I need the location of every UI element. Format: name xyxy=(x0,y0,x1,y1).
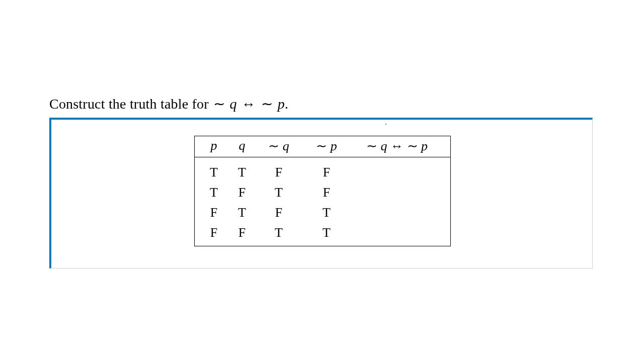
cell-q: T xyxy=(228,205,256,220)
cell-q: F xyxy=(228,225,256,240)
table-row: T T F F xyxy=(195,162,450,183)
cell-not-q: F xyxy=(256,205,301,220)
truth-table: p q ∼ q ∼ p ∼ q ↔ ∼ p T T F F T F T F F xyxy=(194,136,451,246)
problem-statement: Construct the truth table for ∼ q ↔ ∼ p. xyxy=(49,96,288,112)
cell-p: T xyxy=(195,185,228,200)
cell-not-p: T xyxy=(301,205,352,220)
cell-p: F xyxy=(195,205,228,220)
cell-q: T xyxy=(228,165,256,180)
cell-not-q: T xyxy=(256,185,301,200)
header-q: q xyxy=(228,138,256,154)
table-row: F T F T xyxy=(195,203,450,223)
cell-not-p: T xyxy=(301,225,352,240)
cell-not-q: F xyxy=(256,165,301,180)
table-row: T F T F xyxy=(195,183,450,203)
cell-not-p: F xyxy=(301,185,352,200)
cell-not-p: F xyxy=(301,165,352,180)
header-not-p: ∼ p xyxy=(301,138,352,154)
cell-not-q: T xyxy=(256,225,301,240)
cell-p: F xyxy=(195,225,228,240)
table-row: F F T T xyxy=(195,223,450,243)
header-p: p xyxy=(195,138,228,154)
cell-p: T xyxy=(195,165,228,180)
stray-dot xyxy=(385,124,386,125)
table-body: T T F F T F T F F T F T F F xyxy=(195,157,450,246)
header-not-q: ∼ q xyxy=(256,138,301,154)
table-header-row: p q ∼ q ∼ p ∼ q ↔ ∼ p xyxy=(195,136,450,157)
prompt-prefix: Construct the truth table for xyxy=(49,96,212,112)
header-biconditional: ∼ q ↔ ∼ p xyxy=(352,138,450,154)
cell-q: F xyxy=(228,185,256,200)
